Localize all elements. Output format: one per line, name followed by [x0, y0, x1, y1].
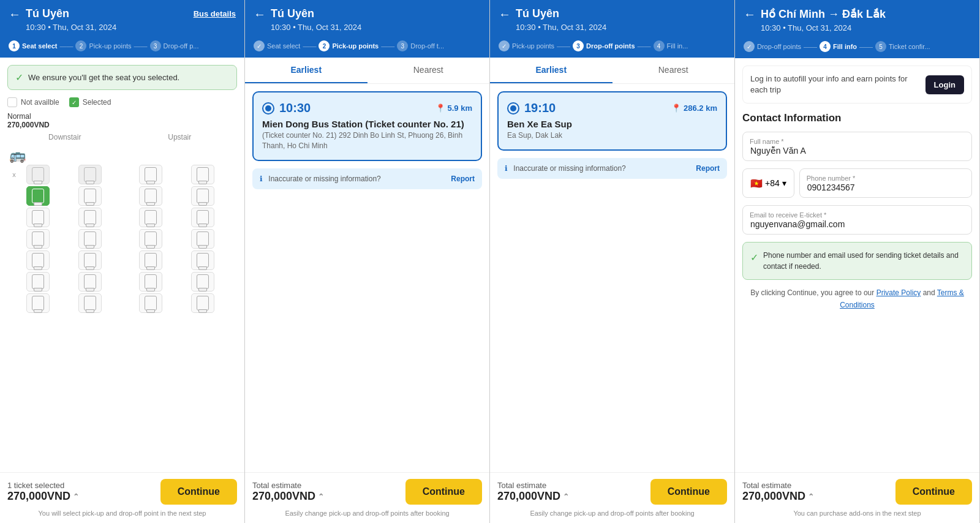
seat[interactable]	[139, 165, 162, 184]
tab-nearest-p2[interactable]: Nearest	[368, 58, 490, 83]
info-icon-p2: ℹ	[260, 175, 263, 183]
green-info-text: Phone number and email used for sending …	[763, 250, 964, 272]
seat[interactable]	[78, 272, 102, 292]
seat[interactable]	[26, 250, 50, 270]
seat-grid-container[interactable]: 🚌 x	[0, 144, 244, 472]
seat[interactable]	[26, 208, 50, 227]
login-button[interactable]: Login	[925, 75, 964, 94]
country-code-selector[interactable]: 🇻🇳 +84 ▾	[742, 168, 794, 198]
guarantee-text: We ensure you'll get the seat you select…	[28, 73, 179, 82]
back-button-p4[interactable]: ←	[744, 8, 756, 20]
bottom-bar-p3: Total estimate 270,000VND ⌃ Continue Eas…	[490, 472, 734, 523]
step-pickup-p2: 2 Pick-up points	[318, 40, 379, 51]
trip-subtitle-p2: 10:30 • Thu, Oct 31, 2024	[271, 23, 481, 32]
seat[interactable]	[78, 293, 102, 313]
seat[interactable]	[26, 229, 50, 249]
phone-label: Phone number *	[807, 175, 856, 182]
pickup-card[interactable]: 10:30 📍 5.9 km Mien Dong Bus Station (Ti…	[252, 91, 482, 161]
seat[interactable]	[191, 250, 214, 270]
privacy-policy-link[interactable]: Private Policy	[876, 288, 921, 297]
trip-title-p3: Tú Uyên	[516, 7, 559, 20]
chevron-up-icon-p4[interactable]: ⌃	[808, 492, 814, 501]
panel-dropoff: ← Tú Uyên 10:30 • Thu, Oct 31, 2024 ✓ Pi…	[490, 0, 735, 523]
continue-button-p2[interactable]: Continue	[405, 479, 482, 505]
seat[interactable]	[139, 229, 162, 249]
estimate-label-p4: Total estimate	[742, 481, 814, 490]
bottom-note-p4: You can purchase add-ons in the next ste…	[742, 510, 972, 517]
seat[interactable]	[191, 208, 214, 227]
seat[interactable]	[191, 293, 214, 313]
full-name-input[interactable]	[742, 132, 972, 161]
trip-title-p4: Hồ Chí Minh → Đắk Lắk	[761, 7, 886, 21]
ticket-count: 1 ticket selected	[7, 481, 79, 490]
trip-subtitle-p1: 10:30 • Thu, Oct 31, 2024	[26, 23, 236, 32]
seat[interactable]	[26, 293, 50, 313]
country-code: +84	[765, 178, 780, 188]
seat-row-4	[5, 250, 239, 270]
step-dropoff-p2: 3 Drop-off t...	[397, 40, 444, 51]
price-p4: 270,000VND	[742, 490, 805, 503]
seat[interactable]	[78, 165, 102, 184]
seat[interactable]	[78, 229, 102, 249]
seat[interactable]	[139, 272, 162, 292]
back-button-p2[interactable]: ←	[254, 8, 266, 20]
radio-selected-icon-p3	[507, 102, 519, 115]
info-text-p2: Inaccurate or missing information?	[268, 175, 380, 183]
step-dropoff-p3: 3 Drop-off points	[573, 40, 635, 51]
chevron-down-icon: ▾	[782, 178, 786, 188]
not-available-label: Not availble	[21, 98, 59, 107]
seat[interactable]	[139, 208, 162, 227]
seat[interactable]	[26, 272, 50, 292]
header-panel2: ← Tú Uyên 10:30 • Thu, Oct 31, 2024	[245, 0, 489, 37]
phone-input[interactable]	[799, 168, 972, 198]
tabs-p3: Earliest Nearest	[490, 58, 734, 84]
back-button-p1[interactable]: ←	[9, 8, 21, 20]
seat[interactable]	[139, 250, 162, 270]
seat-row-x: x	[5, 165, 239, 184]
terms-text: By clicking Continue, you agree to our P…	[742, 287, 972, 310]
header-panel4: ← Hồ Chí Minh → Đắk Lắk 10:30 • Thu, Oct…	[735, 0, 979, 37]
chevron-up-icon-p2[interactable]: ⌃	[318, 492, 324, 501]
seat-selected[interactable]	[26, 186, 50, 206]
tab-earliest-p2[interactable]: Earliest	[245, 58, 368, 83]
seat[interactable]	[139, 186, 162, 206]
tab-nearest-p3[interactable]: Nearest	[612, 58, 735, 83]
seat[interactable]	[26, 165, 50, 184]
continue-button-p3[interactable]: Continue	[650, 479, 727, 505]
seat-row-1	[5, 186, 239, 206]
seat[interactable]	[191, 186, 214, 206]
seat[interactable]	[78, 186, 102, 206]
seat[interactable]	[78, 208, 102, 227]
continue-button-p1[interactable]: Continue	[160, 479, 237, 505]
dropoff-card[interactable]: 19:10 📍 286.2 km Ben Xe Ea Sup Ea Sup, D…	[497, 91, 727, 151]
seat[interactable]	[78, 250, 102, 270]
back-button-p3[interactable]: ←	[499, 8, 511, 20]
pickup-name: Mien Dong Bus Station (Ticket counter No…	[262, 119, 472, 129]
contact-info-title: Contact Information	[742, 112, 972, 124]
bottom-bar-p4: Total estimate 270,000VND ⌃ Continue You…	[735, 472, 979, 523]
tab-earliest-p3[interactable]: Earliest	[490, 58, 612, 83]
chevron-up-icon-p3[interactable]: ⌃	[563, 492, 569, 501]
seat-legend: Not availble ✓ Selected	[0, 97, 244, 112]
chevron-up-icon[interactable]: ⌃	[73, 492, 79, 501]
panel-pickup: ← Tú Uyên 10:30 • Thu, Oct 31, 2024 ✓ Se…	[245, 0, 490, 523]
tabs-p2: Earliest Nearest	[245, 58, 489, 84]
pickup-content: 10:30 📍 5.9 km Mien Dong Bus Station (Ti…	[245, 84, 489, 472]
bottom-note-p3: Easily change pick-up and drop-off point…	[497, 510, 727, 517]
report-link-p2[interactable]: Report	[451, 175, 475, 183]
bus-details-link[interactable]: Bus details	[194, 9, 236, 18]
continue-button-p4[interactable]: Continue	[895, 479, 972, 505]
check-icon: ✓	[15, 72, 23, 83]
green-info-box: ✓ Phone number and email used for sendin…	[742, 242, 972, 280]
step-fill-p3: 4 Fill in...	[654, 40, 688, 51]
trip-subtitle-p4: 10:30 • Thu, Oct 31, 2024	[761, 23, 971, 32]
report-link-p3[interactable]: Report	[696, 164, 720, 173]
fill-info-content: Log in to autofill your info and earn po…	[735, 58, 979, 472]
seat[interactable]	[191, 229, 214, 249]
pickup-time: 10:30	[279, 101, 311, 115]
seat[interactable]	[191, 165, 214, 184]
info-text-p3: Inaccurate or missing information?	[513, 164, 625, 173]
seat[interactable]	[191, 272, 214, 292]
email-input[interactable]	[742, 205, 972, 235]
seat[interactable]	[139, 293, 162, 313]
